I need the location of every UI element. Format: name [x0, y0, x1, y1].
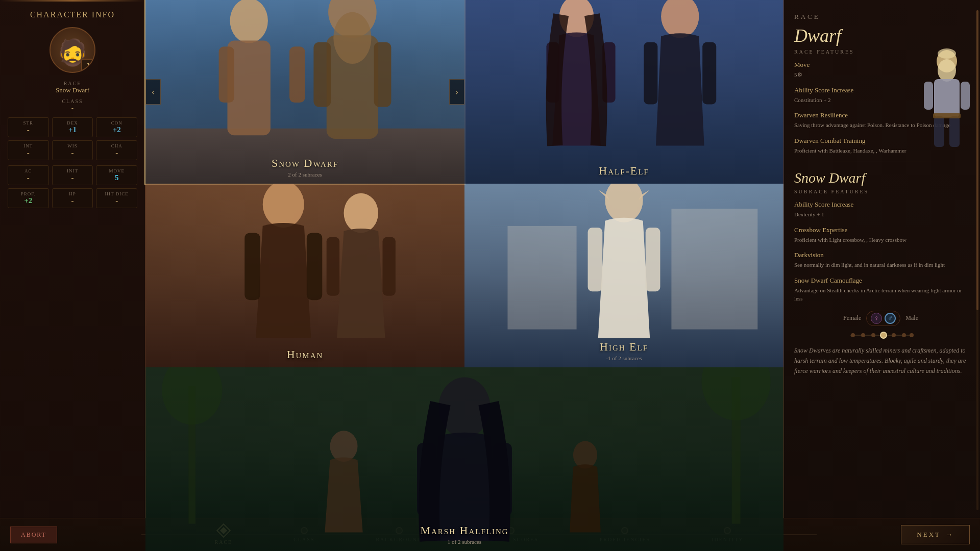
divider — [794, 162, 967, 162]
male-icon[interactable]: ♂ — [885, 313, 896, 324]
stat-str: STR - — [8, 117, 49, 137]
snow-dwarf-sub: 2 of 2 subraces — [145, 171, 464, 178]
svg-rect-49 — [949, 116, 960, 147]
human-label: Human — [145, 343, 464, 367]
wis-value: - — [54, 148, 91, 157]
subrace-features-list: Ability Score Increase Dexterity + 1 Cro… — [794, 201, 967, 303]
race-card-marsh-halfling[interactable]: Marsh Halfling 1 of 2 subraces — [145, 367, 783, 551]
svg-rect-27 — [671, 209, 757, 329]
race-info-panel: RACE Dwarf RACE FEATURES Move 5⚙ Ability… — [783, 0, 980, 551]
svg-rect-4 — [219, 46, 234, 103]
svg-rect-9 — [374, 42, 391, 107]
high-elf-sub: -1 of 2 subraces — [464, 355, 783, 361]
svg-rect-48 — [934, 116, 944, 147]
race-card-snow-dwarf[interactable]: ‹ › Snow Dwarf 2 of 2 subraces — [145, 0, 464, 184]
init-label: INIT — [54, 168, 91, 173]
wis-label: WIS — [54, 143, 91, 148]
gender-selector[interactable]: Female ♀ ♂ Male — [794, 311, 967, 326]
subrace-darkvision-name: Darkvision — [794, 251, 967, 259]
subrace-crossbow-name: Crossbow Expertise — [794, 226, 967, 234]
appearance-slider[interactable] — [794, 331, 967, 339]
next-button[interactable]: NEXT → — [901, 525, 970, 544]
svg-rect-23 — [327, 237, 339, 296]
female-icon[interactable]: ♀ — [871, 313, 882, 324]
race-info-row: RACE Snow Dwarf — [8, 81, 137, 94]
next-race-arrow[interactable]: › — [449, 79, 464, 105]
prev-race-arrow[interactable]: ‹ — [145, 79, 161, 105]
prof-value: +2 — [10, 196, 47, 205]
half-elf-label: Half-Elf — [464, 159, 783, 184]
move-value: 5 — [98, 173, 135, 182]
race-card-half-elf[interactable]: Half-Elf — [464, 0, 783, 184]
stat-move: MOVE 5 — [96, 165, 137, 185]
svg-point-41 — [330, 431, 357, 462]
dex-value: +1 — [54, 126, 91, 134]
svg-point-55 — [871, 333, 875, 337]
dex-label: DEX — [54, 120, 91, 126]
female-label: Female — [843, 314, 861, 322]
hit-dice-value: - — [98, 196, 135, 205]
marsh-halfling-sub: 1 of 2 subraces — [145, 539, 783, 545]
stat-ac: AC - — [8, 165, 49, 185]
subrace-feature-ability: Ability Score Increase Dexterity + 1 — [794, 201, 967, 219]
panel-scrollbar[interactable] — [976, 10, 978, 510]
svg-rect-8 — [313, 42, 331, 107]
high-elf-label: High Elf -1 of 2 subraces — [464, 335, 783, 367]
ac-value: - — [10, 173, 47, 182]
svg-point-59 — [910, 333, 914, 337]
svg-point-22 — [344, 193, 379, 233]
race-card-human[interactable]: Human — [145, 184, 464, 367]
stat-init: INIT - — [52, 165, 93, 185]
svg-rect-24 — [383, 237, 396, 296]
svg-point-54 — [861, 333, 865, 337]
svg-rect-5 — [289, 46, 305, 103]
stat-int: INT - — [8, 140, 49, 160]
human-name: Human — [145, 348, 464, 361]
gender-toggle[interactable]: ♀ ♂ — [866, 311, 900, 326]
race-section-label: RACE — [794, 13, 967, 21]
avatar: 🧔 1 — [50, 27, 95, 73]
con-value: +2 — [98, 126, 135, 134]
svg-rect-46 — [924, 82, 933, 110]
subrace-camouflage-name: Snow Dwarf Camouflage — [794, 277, 967, 285]
svg-rect-20 — [244, 233, 260, 300]
half-elf-name: Half-Elf — [464, 164, 783, 178]
race-card-high-elf[interactable]: High Elf -1 of 2 subraces — [464, 184, 783, 367]
svg-point-56 — [880, 332, 887, 338]
scrollbar-thumb[interactable] — [976, 10, 978, 310]
subrace-crossbow-desc: Proficient with Light crossbow, , Heavy … — [794, 236, 967, 244]
male-label: Male — [905, 314, 918, 322]
svg-rect-16 — [644, 42, 657, 105]
subrace-camouflage-desc: Advantage on Stealth checks in Arctic te… — [794, 286, 967, 303]
subrace-feature-camouflage: Snow Dwarf Camouflage Advantage on Steal… — [794, 277, 967, 303]
class-label: CLASS — [8, 98, 137, 104]
svg-rect-21 — [307, 233, 322, 300]
cha-label: CHA — [98, 143, 135, 148]
character-panel: Character Info 🧔 1 RACE Snow Dwarf CLASS… — [0, 0, 145, 551]
race-label: RACE — [8, 81, 137, 86]
svg-point-51 — [938, 48, 956, 59]
move-label: MOVE — [98, 168, 135, 173]
stat-hp: HP - — [52, 188, 93, 208]
cha-value: - — [98, 148, 135, 157]
avatar-level: 1 — [81, 59, 95, 73]
stat-prof: PROF. +2 — [8, 188, 49, 208]
int-value: - — [10, 148, 47, 157]
stat-cha: CHA - — [96, 140, 137, 160]
subrace-feature-darkvision: Darkvision See normally in dim light, an… — [794, 251, 967, 269]
hp-label: HP — [54, 191, 91, 196]
svg-point-58 — [902, 333, 906, 337]
stat-hit-dice: HIT DICE - — [96, 188, 137, 208]
svg-rect-11 — [464, 0, 783, 184]
class-value: - — [8, 104, 137, 112]
abort-button[interactable]: ABORT — [10, 527, 57, 543]
race-lore: Snow Dwarves are naturally skilled miner… — [794, 345, 967, 377]
svg-point-44 — [938, 59, 956, 82]
svg-rect-26 — [507, 226, 576, 330]
char-panel-title: Character Info — [8, 10, 137, 19]
svg-point-2 — [230, 0, 268, 43]
ac-label: AC — [10, 168, 47, 173]
next-label: NEXT — [917, 531, 941, 539]
prof-label: PROF. — [10, 191, 47, 196]
svg-point-10 — [333, 12, 371, 64]
